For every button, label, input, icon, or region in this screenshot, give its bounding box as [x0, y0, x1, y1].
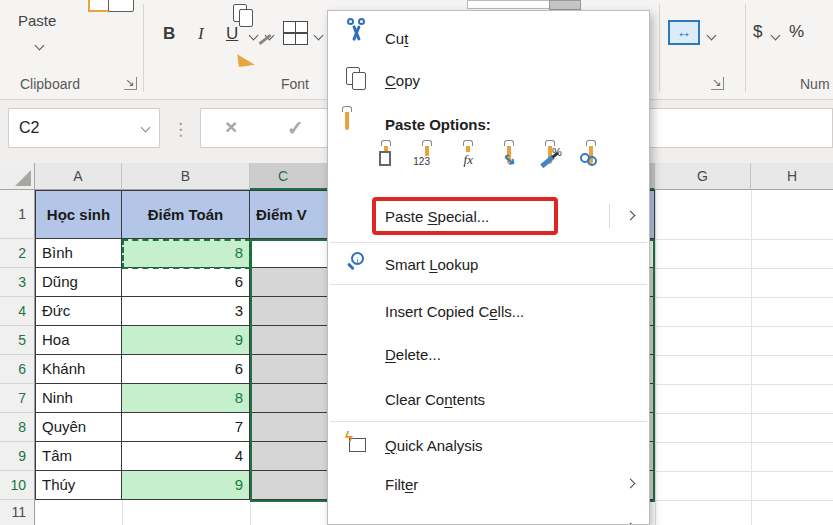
number-group-label: Num [800, 76, 830, 92]
select-all-corner[interactable] [0, 163, 35, 190]
copy-icon [345, 67, 373, 93]
row-header-2[interactable]: 2 [0, 239, 35, 268]
merge-center-chevron-icon[interactable] [707, 31, 717, 41]
italic-button[interactable]: I [198, 24, 204, 44]
cell-b8[interactable]: 7 [122, 413, 250, 442]
column-header-h[interactable]: H [751, 163, 833, 190]
quick-analysis-icon: ϟ [345, 432, 373, 458]
paste-option-formulas-icon[interactable]: fx [466, 145, 500, 177]
cell-b5[interactable]: 9 [122, 326, 250, 355]
name-box-value: C2 [19, 119, 39, 136]
row-header-9[interactable]: 9 [0, 442, 35, 471]
underline-button[interactable]: U [226, 24, 238, 44]
select-all-triangle-icon [15, 170, 31, 186]
menu-item-insert-copied-cells[interactable]: Insert Copied Cells... [329, 292, 648, 330]
cell-b4[interactable]: 3 [122, 297, 250, 326]
cell-a6[interactable]: Khánh [35, 355, 122, 384]
clipboard-group-label: Clipboard [20, 76, 80, 92]
currency-chevron-icon[interactable] [771, 31, 781, 41]
currency-format-button[interactable]: $ [753, 22, 762, 42]
paste-option-values-icon[interactable]: 123 [425, 145, 459, 177]
paste-dropdown-chevron-icon[interactable] [35, 41, 45, 51]
context-menu: Cut Copy Paste Options: 123 fx ↪ % Paste… [327, 10, 650, 525]
cut-icon [345, 25, 373, 51]
menu-item-copy[interactable]: Copy [329, 61, 648, 99]
row-header-5[interactable]: 5 [0, 326, 35, 355]
row-header-4[interactable]: 4 [0, 297, 35, 326]
clipboard-dialog-launcher-icon[interactable]: ↘ [124, 77, 137, 90]
borders-chevron-icon[interactable] [314, 31, 324, 41]
cell-b7[interactable]: 8 [122, 384, 250, 413]
cell-a5[interactable]: Hoa [35, 326, 122, 355]
paste-button[interactable]: Paste [18, 12, 56, 29]
cell-b6[interactable]: 6 [122, 355, 250, 384]
menu-item-paste-special[interactable]: Paste Special... [329, 197, 648, 235]
menu-item-smart-lookup[interactable]: i Smart Lookup [329, 245, 648, 283]
percent-format-button[interactable]: % [789, 22, 804, 42]
cell-a1[interactable]: Học sinh [35, 190, 122, 239]
row-header-8[interactable]: 8 [0, 413, 35, 442]
menu-item-cut[interactable]: Cut [329, 19, 648, 57]
enter-icon[interactable]: ✓ [287, 116, 304, 140]
menu-paste-options-label: Paste Options: [329, 107, 648, 141]
ribbon-button-sliver [549, 0, 581, 10]
merge-center-button-icon[interactable]: ↔ [668, 20, 700, 45]
menu-item-delete[interactable]: Delete... [329, 335, 648, 373]
name-box[interactable]: C2 [8, 108, 160, 148]
menu-item-quick-analysis[interactable]: ϟ Quick Analysis [329, 426, 648, 464]
cell-a3[interactable]: Dũng [35, 268, 122, 297]
menu-item-filter[interactable]: Filter [329, 465, 648, 503]
paste-option-link-icon[interactable] [589, 145, 623, 177]
cell-a8[interactable]: Quyên [35, 413, 122, 442]
row-header-3[interactable]: 3 [0, 268, 35, 297]
cell-a9[interactable]: Tâm [35, 442, 122, 471]
cell-a2[interactable]: Bình [35, 239, 122, 268]
submenu-arrow-icon [626, 479, 636, 489]
row-header-1[interactable]: 1 [0, 190, 35, 239]
row-header-10[interactable]: 10 [0, 471, 35, 500]
column-header-a[interactable]: A [35, 163, 122, 190]
menu-item-partial[interactable] [329, 509, 648, 525]
format-painter-icon[interactable] [238, 38, 272, 66]
paste-option-formatting-icon[interactable]: % [548, 145, 582, 177]
row-header-7[interactable]: 7 [0, 384, 35, 413]
cancel-icon[interactable]: × [225, 115, 237, 139]
cell-a4[interactable]: Đức [35, 297, 122, 326]
cell-b2[interactable]: 8 [122, 239, 250, 268]
menu-item-clear-contents[interactable]: Clear Contents [329, 380, 648, 418]
row-header-6[interactable]: 6 [0, 355, 35, 384]
cell-b3[interactable]: 6 [122, 268, 250, 297]
formula-bar-resizer[interactable]: ⋮ [172, 110, 189, 150]
bold-button[interactable]: B [163, 24, 175, 44]
cell-b10[interactable]: 9 [122, 471, 250, 500]
cell-b9[interactable]: 4 [122, 442, 250, 471]
cell-b1[interactable]: Điểm Toán [122, 190, 250, 239]
alignment-dialog-launcher-icon[interactable]: ↘ [711, 77, 724, 90]
name-box-chevron-icon[interactable] [141, 123, 151, 133]
submenu-arrow-icon [626, 211, 636, 221]
column-header-b[interactable]: B [122, 163, 250, 190]
column-header-g[interactable]: G [655, 163, 751, 190]
paste-option-transpose-icon[interactable]: ↪ [507, 145, 541, 177]
paste-options-icon [345, 111, 373, 137]
font-group-label: Font [281, 76, 309, 92]
smart-lookup-icon: i [345, 251, 373, 277]
cell-a10[interactable]: Thúy [35, 471, 122, 500]
cell-a7[interactable]: Ninh [35, 384, 122, 413]
borders-button-icon[interactable] [283, 21, 308, 45]
paste-button-icon-page [108, 0, 134, 12]
row-header-11[interactable]: 11 [0, 500, 35, 525]
